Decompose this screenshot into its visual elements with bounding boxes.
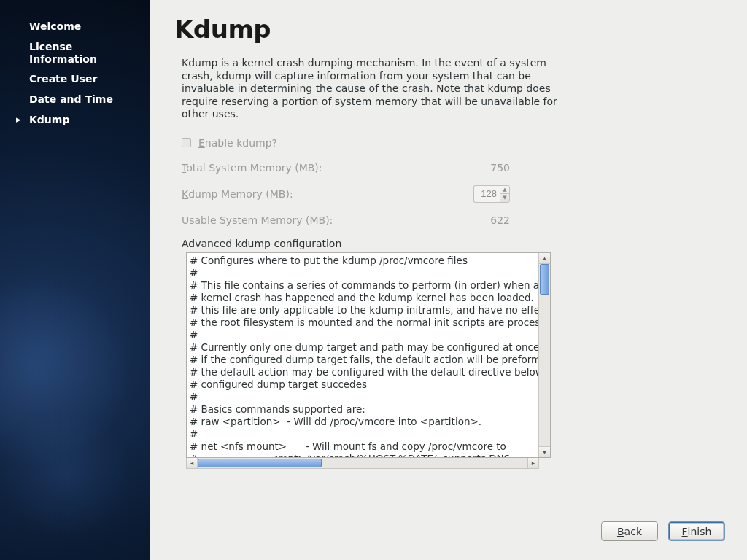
vscroll-thumb[interactable] — [540, 264, 549, 295]
finish-button[interactable]: Finish — [668, 521, 725, 541]
enable-kdump-label: Enable kdump? — [198, 137, 277, 149]
enable-kdump-checkbox[interactable] — [182, 138, 191, 147]
usable-memory-label: Usable System Memory (MB): — [182, 214, 459, 226]
total-memory-label: Total System Memory (MB): — [182, 162, 459, 174]
advanced-config-label: Advanced kdump configuration — [182, 238, 725, 249]
intro-text: Kdump is a kernel crash dumping mechanis… — [182, 57, 561, 121]
vertical-scrollbar[interactable]: ▴ ▾ — [538, 253, 550, 457]
nav-item-date-time[interactable]: Date and Time — [29, 90, 139, 111]
kdump-memory-row: Kdump Memory (MB): ▲▼ — [182, 185, 725, 203]
kdump-memory-label: Kdump Memory (MB): — [182, 188, 459, 200]
usable-memory-row: Usable System Memory (MB): 622 — [182, 214, 725, 226]
scroll-down-icon[interactable]: ▾ — [539, 446, 550, 457]
nav-item-create-user[interactable]: Create User — [29, 70, 139, 90]
kdump-memory-input[interactable] — [473, 185, 500, 203]
nav-item-welcome[interactable]: Welcome — [29, 18, 139, 38]
main-panel: Kdump Kdump is a kernel crash dumping me… — [150, 0, 747, 560]
kdump-memory-spinner[interactable]: ▲▼ — [500, 185, 510, 203]
back-button[interactable]: Back — [601, 521, 658, 541]
scroll-left-icon[interactable]: ◂ — [187, 458, 198, 468]
hscroll-track[interactable] — [198, 458, 527, 468]
scroll-right-icon[interactable]: ▸ — [527, 458, 538, 468]
advanced-config-text[interactable]: # Configures where to put the kdump /pro… — [187, 253, 538, 457]
sidebar: Welcome License Information Create User … — [0, 0, 150, 560]
advanced-config-area: # Configures where to put the kdump /pro… — [186, 252, 551, 458]
footer-buttons: Back Finish — [601, 521, 725, 541]
enable-kdump-row: Enable kdump? — [182, 137, 725, 149]
scroll-up-icon[interactable]: ▴ — [539, 253, 550, 264]
horizontal-scrollbar[interactable]: ◂ ▸ — [186, 458, 539, 469]
spin-up-icon[interactable]: ▲ — [500, 186, 509, 195]
page-title: Kdump — [174, 15, 725, 44]
kdump-settings-disabled: Enable kdump? Total System Memory (MB): … — [182, 137, 725, 226]
hscroll-thumb[interactable] — [198, 459, 322, 467]
nav-item-license[interactable]: License Information — [29, 38, 139, 71]
spin-down-icon[interactable]: ▼ — [500, 194, 509, 202]
total-memory-value: 750 — [459, 162, 510, 174]
usable-memory-value: 622 — [459, 214, 510, 226]
nav-list: Welcome License Information Create User … — [0, 18, 150, 131]
total-memory-row: Total System Memory (MB): 750 — [182, 162, 725, 174]
nav-item-kdump[interactable]: Kdump — [29, 111, 139, 131]
vscroll-track[interactable] — [539, 264, 550, 446]
